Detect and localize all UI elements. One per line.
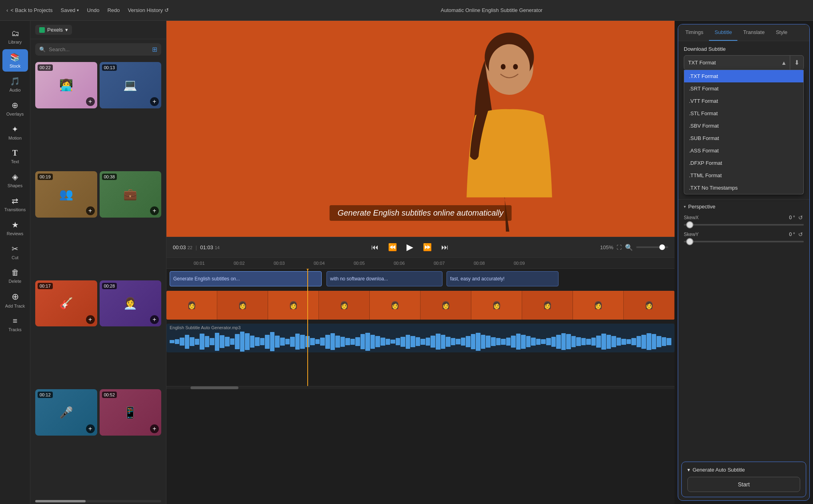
wave-bar (170, 340, 174, 343)
start-button[interactable]: Start (687, 477, 800, 492)
sidebar-item-add-track[interactable]: ⊕ Add Track (2, 288, 28, 312)
skewx-knob[interactable] (686, 221, 693, 228)
saved-badge[interactable]: Saved ▾ (60, 7, 79, 13)
sidebar-item-library[interactable]: 🗂 Library (2, 26, 28, 48)
format-option-txt[interactable]: .TXT Format (684, 70, 803, 82)
tab-timings[interactable]: Timings (680, 24, 709, 41)
version-history-button[interactable]: Version History ↺ (128, 7, 169, 13)
format-option-ttml[interactable]: .TTML Format (684, 169, 803, 182)
format-option-vtt[interactable]: .VTT Format (684, 95, 803, 107)
skip-to-end-button[interactable]: ⏭ (440, 242, 450, 253)
rewind-button[interactable]: ⏪ (386, 241, 398, 253)
zoom-out-icon[interactable]: 🔍 (625, 244, 633, 251)
tab-subtitle[interactable]: Subtitle (709, 24, 737, 41)
media-thumb[interactable]: 💻 00:13 + (100, 62, 162, 108)
perspective-label: Perspective (688, 204, 715, 210)
format-option-txt-no-ts[interactable]: .TXT No Timestamps (684, 182, 803, 194)
media-add-button[interactable]: + (150, 97, 159, 106)
perspective-header[interactable]: ▾ Perspective (684, 204, 804, 210)
media-add-button[interactable]: + (86, 206, 95, 215)
sidebar-item-tracks[interactable]: ≡ Tracks (2, 313, 28, 335)
format-option-stl[interactable]: .STL Format (684, 107, 803, 120)
media-panel: Pexels ▾ 🔍 ⊞ 👩‍💻 00:22 + 💻 00:13 + 👥 00:… (30, 21, 166, 504)
audio-track-bar[interactable]: English Subtitle Auto Generator.mp3 (166, 324, 675, 352)
generate-header[interactable]: ▾ Generate Auto Subtitle (687, 467, 800, 473)
subtitle-clip[interactable]: fast, easy and accurately! (447, 271, 559, 286)
wave-bar (446, 337, 451, 347)
format-input[interactable] (684, 56, 778, 69)
back-label: < Back to Projects (10, 7, 52, 13)
wave-bar (551, 337, 556, 347)
back-button[interactable]: ‹ < Back to Projects (6, 7, 52, 13)
media-add-button[interactable]: + (86, 424, 95, 433)
fast-forward-button[interactable]: ⏩ (421, 241, 433, 253)
format-option-sub[interactable]: .SUB Format (684, 132, 803, 144)
fullscreen-icon[interactable]: ⛶ (617, 244, 622, 250)
wave-bar (657, 336, 661, 347)
sidebar-item-delete[interactable]: 🗑 Delete (2, 265, 28, 287)
sidebar-item-reviews[interactable]: ★ Reviews (2, 217, 28, 239)
wave-bar (406, 335, 411, 349)
media-thumb[interactable]: 🎸 00:17 + (35, 280, 97, 327)
timeline-scroll-thumb[interactable] (190, 386, 238, 389)
media-add-button[interactable]: + (150, 424, 159, 433)
sidebar-item-label: Stock (10, 64, 21, 68)
skewy-reset-button[interactable]: ↺ (797, 230, 804, 238)
media-thumb[interactable]: 👩‍💼 00:28 + (100, 280, 162, 327)
filter-icon[interactable]: ⊞ (152, 46, 157, 53)
media-thumb[interactable]: 📱 00:52 + (100, 389, 162, 436)
wave-bar (652, 334, 657, 349)
skewy-slider[interactable] (684, 241, 804, 242)
wave-bar (481, 335, 486, 349)
format-option-ass[interactable]: .ASS Format (684, 144, 803, 157)
format-option-sbv[interactable]: .SBV Format (684, 120, 803, 132)
sidebar-item-label: Text (11, 159, 19, 164)
sidebar-item-text[interactable]: T Text (2, 145, 28, 167)
sidebar-item-shapes[interactable]: ◈ Shapes (2, 169, 28, 191)
sidebar-item-overlays[interactable]: ⊕ Overlays (2, 97, 28, 120)
sidebar-item-stock[interactable]: 📚 Stock (2, 49, 28, 72)
format-option-dfxp[interactable]: .DFXP Format (684, 157, 803, 169)
download-button[interactable]: ⬇ (790, 56, 803, 70)
media-duration: 00:17 (38, 283, 53, 289)
subtitle-clip[interactable]: with no software downloa... (326, 271, 443, 286)
sidebar-item-label: Add Track (5, 304, 25, 308)
zoom-slider[interactable] (636, 246, 668, 248)
media-thumb[interactable]: 🎤 00:12 + (35, 389, 97, 436)
pexels-button[interactable]: Pexels ▾ (35, 25, 72, 35)
media-add-button[interactable]: + (86, 315, 95, 324)
tab-translate[interactable]: Translate (737, 24, 770, 41)
wave-bar (245, 333, 250, 350)
search-input[interactable] (49, 46, 149, 52)
skewx-reset-button[interactable]: ↺ (797, 214, 804, 222)
format-option-srt[interactable]: .SRT Format (684, 82, 803, 95)
video-frame: 👩 (573, 291, 624, 320)
subtitle-clip[interactable]: Generate English subtitles on... (170, 271, 322, 286)
media-add-button[interactable]: + (86, 97, 95, 106)
sidebar-item-transitions[interactable]: ⇄ Transitions (2, 193, 28, 215)
wave-bar (456, 339, 461, 344)
tab-style[interactable]: Style (770, 24, 793, 41)
media-thumb[interactable]: 👥 00:19 + (35, 171, 97, 218)
play-pause-button[interactable]: ▶ (405, 240, 415, 254)
redo-button[interactable]: Redo (107, 7, 120, 13)
skip-to-start-button[interactable]: ⏮ (370, 242, 380, 253)
wave-bar (340, 337, 345, 347)
sidebar-item-cut[interactable]: ✂ Cut (2, 241, 28, 263)
sidebar-item-audio[interactable]: 🎵 Audio (2, 73, 28, 96)
media-thumb[interactable]: 👩‍💻 00:22 + (35, 62, 97, 108)
skewx-slider[interactable] (684, 224, 804, 226)
media-thumb[interactable]: 💼 00:38 + (100, 171, 162, 218)
wave-bar (601, 334, 606, 350)
audio-track: English Subtitle Auto Generator.mp3 (166, 322, 675, 354)
sidebar-item-motion[interactable]: ✦ Motion (2, 121, 28, 144)
wave-bar (200, 334, 204, 350)
skewy-knob[interactable] (686, 238, 693, 245)
format-chevron-icon[interactable]: ▲ (778, 56, 790, 69)
undo-button[interactable]: Undo (87, 7, 99, 13)
video-frame: 👩 (471, 291, 522, 320)
clip-text: Generate English subtitles on... (173, 276, 240, 282)
video-track-bar[interactable]: 👩 👩 👩 👩 👩 👩 👩 👩 👩 👩 (166, 291, 675, 320)
media-add-button[interactable]: + (150, 206, 159, 215)
media-scrollbar[interactable] (35, 500, 161, 502)
